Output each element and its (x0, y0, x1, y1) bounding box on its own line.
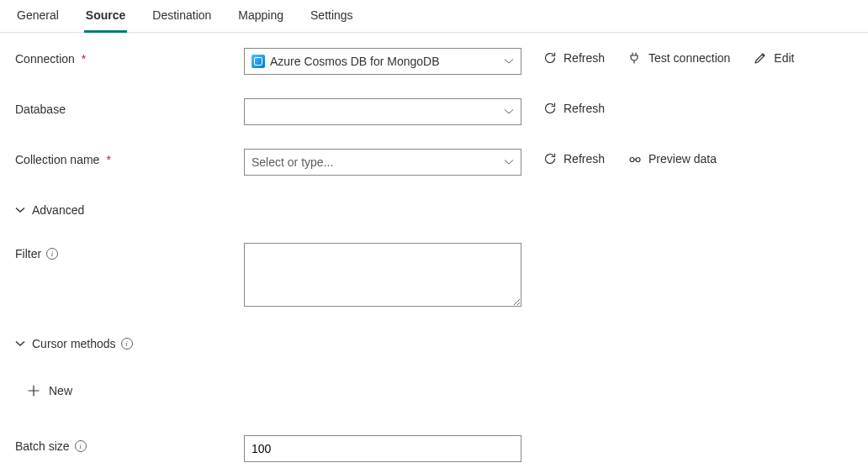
tab-mapping[interactable]: Mapping (236, 0, 285, 33)
required-mark: * (106, 153, 110, 166)
new-cursor-method-button[interactable]: New (27, 381, 72, 401)
plug-icon (628, 51, 642, 65)
connection-value: Azure Cosmos DB for MongoDB (270, 55, 499, 68)
connection-label: Connection (15, 52, 75, 66)
refresh-icon (543, 51, 557, 65)
edit-connection-button[interactable]: Edit (754, 51, 794, 65)
connection-select[interactable]: Azure Cosmos DB for MongoDB (244, 48, 521, 75)
tab-source[interactable]: Source (84, 0, 127, 33)
refresh-icon (543, 102, 557, 115)
refresh-icon (543, 152, 557, 166)
filter-textarea[interactable] (244, 243, 521, 307)
svg-point-1 (636, 158, 640, 162)
info-icon[interactable]: i (46, 248, 58, 260)
tab-settings[interactable]: Settings (309, 0, 355, 33)
refresh-collection-button[interactable]: Refresh (543, 152, 605, 166)
glasses-icon (628, 152, 642, 166)
collection-placeholder: Select or type... (251, 155, 499, 169)
tab-general[interactable]: General (15, 0, 61, 33)
plus-icon (27, 384, 40, 397)
chevron-down-icon (504, 157, 514, 167)
cursor-methods-toggle[interactable]: Cursor methods (15, 337, 116, 350)
svg-point-0 (630, 158, 634, 162)
database-label: Database (15, 103, 66, 116)
collection-select[interactable]: Select or type... (244, 149, 521, 176)
batch-size-label: Batch size (15, 439, 70, 453)
cosmos-db-icon (251, 55, 265, 68)
advanced-toggle[interactable]: Advanced (15, 203, 84, 217)
preview-data-button[interactable]: Preview data (628, 152, 717, 166)
database-select[interactable] (244, 98, 521, 125)
tab-bar: General Source Destination Mapping Setti… (0, 0, 868, 33)
info-icon[interactable]: i (121, 338, 133, 350)
chevron-down-icon (504, 56, 514, 66)
refresh-connection-button[interactable]: Refresh (543, 51, 605, 65)
tab-destination[interactable]: Destination (151, 0, 213, 33)
chevron-down-icon (504, 107, 514, 117)
collection-label: Collection name (15, 153, 99, 166)
pencil-icon (754, 51, 767, 65)
chevron-down-icon (15, 339, 25, 349)
source-form: Connection * Azure Cosmos DB for MongoDB… (0, 33, 868, 468)
chevron-down-icon (15, 205, 25, 215)
batch-size-input[interactable] (244, 435, 521, 462)
test-connection-button[interactable]: Test connection (628, 51, 730, 65)
refresh-database-button[interactable]: Refresh (543, 102, 605, 115)
info-icon[interactable]: i (75, 440, 87, 452)
required-mark: * (82, 52, 86, 66)
filter-label: Filter (15, 247, 41, 260)
